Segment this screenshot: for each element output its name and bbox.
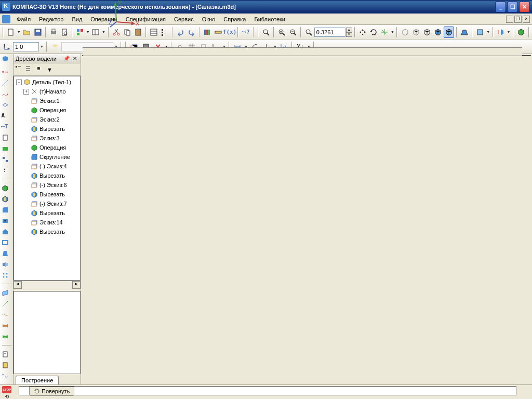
shaded-button[interactable] [433, 26, 443, 38]
zoom-fit-button[interactable] [261, 26, 271, 38]
tree-mode2-icon[interactable] [24, 65, 34, 74]
tree-mode1-icon[interactable] [15, 65, 24, 74]
vt-mirror-icon[interactable] [2, 261, 12, 271]
manager-dropdown[interactable]: ▼ [101, 30, 105, 34]
orient-button[interactable] [379, 26, 390, 38]
tree-item[interactable]: Эскиз:1 [15, 96, 79, 105]
maximize-button[interactable]: ☐ [507, 2, 518, 12]
new-dropdown[interactable]: ▼ [17, 30, 21, 34]
close-button[interactable]: ✕ [519, 2, 530, 12]
vt-comp-icon[interactable] [2, 156, 12, 166]
layer-button[interactable] [49, 41, 61, 52]
scroll-left-icon[interactable]: ◄ [14, 281, 22, 289]
interrupt-icon[interactable]: ⟲ [2, 394, 11, 399]
menu-window[interactable]: Окно [198, 15, 220, 23]
fx-button[interactable]: f(x) [224, 26, 235, 38]
tree-item[interactable]: Эскиз:2 [15, 115, 79, 124]
simplify-button[interactable] [475, 26, 485, 38]
tree-item[interactable]: (-) Эскиз:4 [15, 162, 79, 171]
vt-extrude-icon[interactable] [2, 184, 12, 195]
zoom-down[interactable]: ▼ [346, 32, 352, 37]
tree-button[interactable] [159, 26, 170, 38]
shaded-edges-button[interactable] [444, 26, 454, 38]
perspective-button[interactable] [459, 26, 470, 38]
tree-item[interactable]: Скругление [15, 152, 79, 162]
objects-button[interactable] [75, 26, 85, 38]
tree-item[interactable]: (-) Эскиз:7 [15, 199, 79, 208]
menu-file[interactable]: Файл [12, 15, 35, 23]
vt-pattern-icon[interactable] [2, 272, 12, 282]
lineweight-dropdown[interactable]: ▼ [39, 45, 44, 48]
tree-item[interactable]: Вырезать [15, 227, 79, 236]
menu-help[interactable]: Справка [219, 15, 250, 23]
vt-part-icon[interactable] [2, 55, 12, 65]
vt-sheet-icon[interactable] [2, 134, 12, 144]
pan-button[interactable] [357, 26, 368, 38]
rotate-button[interactable] [368, 26, 379, 38]
tree-item[interactable]: Вырезать [15, 190, 79, 199]
lineweight-input[interactable] [13, 42, 39, 51]
section-button[interactable] [496, 26, 506, 38]
help-context-button[interactable]: ⥊? [241, 26, 251, 38]
vt-draft-icon[interactable] [2, 250, 12, 260]
vt-plane-icon[interactable] [2, 289, 12, 300]
vt-rect-icon[interactable] [2, 101, 12, 112]
print-preview-button[interactable] [59, 26, 70, 38]
menu-service[interactable]: Сервис [170, 15, 198, 23]
tree-item[interactable]: Вырезать [15, 171, 79, 180]
vt-report-icon[interactable] [2, 362, 12, 372]
tree-hscroll[interactable]: ◄ ► [14, 281, 81, 289]
zoom-input[interactable] [314, 28, 345, 37]
measure-button[interactable] [213, 26, 223, 38]
vt-fillet-icon[interactable] [2, 206, 12, 217]
vt-hole-icon[interactable] [2, 217, 12, 228]
stop-button[interactable]: STOP [2, 386, 11, 393]
tab-build[interactable]: Построение [16, 376, 59, 384]
menu-editor[interactable]: Редактор [35, 15, 68, 23]
vt-spec-icon[interactable] [2, 351, 12, 361]
vt-dim-icon[interactable]: ⟵T [2, 123, 12, 134]
simplify-dropdown[interactable]: ▼ [486, 30, 490, 34]
undo-button[interactable] [175, 26, 185, 38]
vt-text-icon[interactable]: A [2, 112, 12, 123]
nohidden-button[interactable] [422, 26, 432, 38]
tree-item[interactable]: Операция [15, 105, 79, 115]
zoom-out-button[interactable] [287, 26, 298, 38]
mdi-close[interactable]: × [523, 16, 530, 23]
vt-curve-icon[interactable] [2, 311, 12, 322]
menu-libs[interactable]: Библиотеки [250, 15, 289, 23]
tree-item[interactable]: (-) Эскиз:6 [15, 180, 79, 190]
objects-dropdown[interactable]: ▼ [86, 30, 90, 34]
vt-axis-icon[interactable] [2, 300, 12, 311]
properties-button[interactable] [149, 26, 159, 38]
zoom-up[interactable]: ▲ [346, 28, 352, 32]
model-tree[interactable]: - Деталь (Тел-1) +(т)НачалоЭскиз:1Операц… [14, 76, 81, 281]
mdi-minimize[interactable]: - [506, 16, 513, 23]
vt-sep1-icon[interactable]: ⋮ [2, 167, 12, 177]
vt-block-icon[interactable] [2, 145, 12, 155]
tree-root[interactable]: - Деталь (Тел-1) [15, 77, 79, 87]
mdi-restore[interactable]: ❐ [514, 16, 522, 23]
minimize-button[interactable]: _ [495, 2, 506, 12]
manager-button[interactable] [90, 26, 101, 38]
tree-item[interactable]: Эскиз:3 [15, 134, 79, 143]
section-dropdown[interactable]: ▼ [507, 30, 511, 34]
orient-dropdown[interactable]: ▼ [390, 30, 394, 34]
zoom-scale-button[interactable] [303, 26, 314, 38]
menu-view[interactable]: Вид [68, 15, 86, 23]
command-tab[interactable]: Повернуть [29, 387, 74, 396]
wireframe-button[interactable] [400, 26, 410, 38]
lcs-button[interactable] [1, 41, 12, 52]
lib-button[interactable] [202, 26, 212, 38]
vt-rib-icon[interactable] [2, 228, 12, 238]
panel-pin-icon[interactable]: 📌 [63, 55, 70, 62]
print-button[interactable] [48, 26, 59, 38]
vt-cut-icon[interactable] [2, 195, 12, 206]
rebuild-button[interactable] [516, 26, 526, 38]
viewport-3d[interactable]: X Y Z [82, 55, 531, 56]
viewport-hscroll[interactable] [83, 47, 522, 56]
tree-item[interactable]: Вырезать [15, 208, 79, 218]
open-button[interactable] [21, 26, 32, 38]
vt-mcad-icon[interactable]: ⌃⌄ [2, 373, 12, 383]
tree-mode3-icon[interactable]: ⊞ [37, 65, 46, 74]
